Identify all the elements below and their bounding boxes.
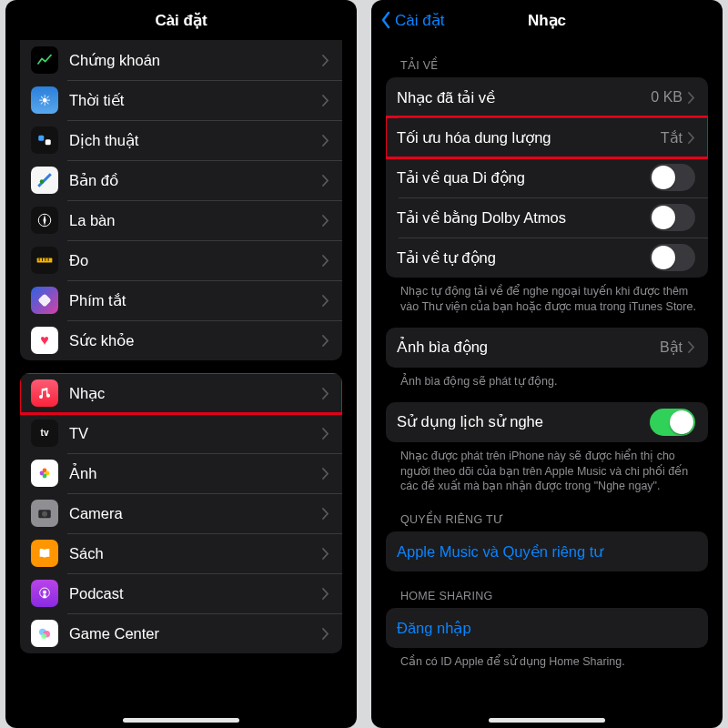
row-label: Ảnh: [69, 465, 322, 482]
group-downloads: Nhạc đã tải về 0 KB Tối ưu hóa dung lượn…: [386, 77, 708, 278]
row-music[interactable]: Nhạc: [20, 373, 342, 413]
footer-downloads: Nhạc tự động tải về để nghe ngoại tuyến …: [400, 284, 704, 315]
chevron-right-icon: [322, 95, 329, 106]
row-value: Bật: [660, 339, 682, 356]
camera-icon: [31, 500, 58, 527]
row-label: Camera: [69, 505, 322, 522]
row-cellular-download: Tải về qua Di động: [386, 157, 708, 197]
stocks-icon: [31, 46, 58, 74]
footer-homesharing: Cần có ID Apple để sử dụng Home Sharing.: [400, 654, 704, 670]
row-signin[interactable]: Đăng nhập: [386, 608, 708, 648]
row-label: Sử dụng lịch sử nghe: [397, 413, 650, 430]
group-homesharing: Đăng nhập: [386, 608, 708, 648]
back-label: Cài đặt: [395, 11, 444, 30]
measure-icon: [31, 247, 58, 274]
row-downloaded-music[interactable]: Nhạc đã tải về 0 KB: [386, 77, 708, 117]
chevron-right-icon: [322, 548, 329, 560]
svg-point-15: [42, 511, 47, 517]
tv-icon: tv: [31, 420, 58, 447]
navbar: Cài đặt Nhạc: [371, 0, 723, 40]
row-label: Apple Music và Quyền riêng tư: [397, 543, 695, 561]
chevron-left-icon: [380, 11, 391, 29]
health-icon: ♥: [31, 327, 58, 354]
navbar: Cài đặt: [5, 0, 357, 40]
row-compass[interactable]: La bàn: [20, 200, 342, 240]
settings-list[interactable]: Chứng khoán ☀︎ Thời tiết Dịch thuật Bản …: [5, 40, 357, 728]
section-header-downloads: TẢI VỀ: [400, 58, 704, 72]
chevron-right-icon: [322, 428, 329, 440]
page-title: Nhạc: [528, 11, 566, 30]
music-settings-list[interactable]: TẢI VỀ Nhạc đã tải về 0 KB Tối ưu hóa du…: [371, 40, 723, 728]
row-privacy-link[interactable]: Apple Music và Quyền riêng tư: [386, 531, 708, 571]
chevron-right-icon: [322, 215, 329, 227]
row-optimize-storage[interactable]: Tối ưu hóa dung lượng Tắt: [386, 117, 708, 157]
music-settings-screen: Cài đặt Nhạc TẢI VỀ Nhạc đã tải về 0 KB …: [371, 0, 723, 728]
settings-group-1: Chứng khoán ☀︎ Thời tiết Dịch thuật Bản …: [20, 40, 342, 360]
home-indicator[interactable]: [123, 718, 239, 723]
maps-icon: [31, 167, 58, 194]
svg-rect-1: [46, 139, 51, 145]
row-label: Sức khỏe: [69, 332, 322, 349]
row-label: Nhạc đã tải về: [397, 89, 651, 106]
svg-point-2: [40, 179, 45, 184]
row-auto-download: Tải về tự động: [386, 238, 708, 278]
svg-rect-9: [37, 293, 51, 307]
row-label: Tối ưu hóa dung lượng: [397, 129, 661, 147]
chevron-right-icon: [322, 255, 329, 267]
row-label: Thời tiết: [69, 92, 322, 109]
row-label: Tải về qua Di động: [397, 169, 650, 187]
compass-icon: [31, 207, 58, 234]
row-label: Phím tắt: [69, 292, 322, 309]
svg-point-13: [40, 471, 45, 476]
chevron-right-icon: [322, 175, 329, 187]
row-photos[interactable]: Ảnh: [20, 453, 342, 493]
row-weather[interactable]: ☀︎ Thời tiết: [20, 80, 342, 120]
chevron-right-icon: [322, 628, 329, 640]
footer-animated: Ảnh bìa động sẽ phát tự động.: [400, 374, 704, 389]
toggle-dolby-download[interactable]: [650, 204, 695, 231]
row-stocks[interactable]: Chứng khoán: [20, 40, 342, 80]
shortcuts-icon: [31, 287, 58, 314]
chevron-right-icon: [322, 588, 329, 600]
chevron-right-icon: [688, 132, 695, 144]
row-dolby-download: Tải về bằng Dolby Atmos: [386, 197, 708, 238]
row-label: Dịch thuật: [69, 132, 322, 149]
row-label: Đăng nhập: [397, 620, 695, 637]
row-label: La bàn: [69, 212, 322, 229]
chevron-right-icon: [322, 55, 329, 66]
chevron-right-icon: [322, 135, 329, 147]
row-tv[interactable]: tv TV: [20, 413, 342, 453]
row-maps[interactable]: Bản đồ: [20, 160, 342, 200]
row-podcast[interactable]: Podcast: [20, 573, 342, 613]
row-listening-history: Sử dụng lịch sử nghe: [386, 402, 708, 442]
row-gamecenter[interactable]: Game Center: [20, 613, 342, 653]
chevron-right-icon: [322, 388, 329, 399]
row-camera[interactable]: Camera: [20, 493, 342, 533]
toggle-auto-download[interactable]: [650, 244, 695, 271]
settings-screen: Cài đặt Chứng khoán ☀︎ Thời tiết Dịch th…: [5, 0, 357, 728]
row-measure[interactable]: Đo: [20, 240, 342, 280]
row-translate[interactable]: Dịch thuật: [20, 120, 342, 160]
svg-rect-0: [38, 136, 44, 141]
row-label: Đo: [69, 252, 322, 269]
page-title: Cài đặt: [155, 11, 207, 30]
section-header-homesharing: HOME SHARING: [400, 590, 704, 602]
group-history: Sử dụng lịch sử nghe: [386, 402, 708, 442]
chevron-right-icon: [322, 468, 329, 480]
chevron-right-icon: [688, 92, 695, 104]
row-value: Tắt: [661, 129, 682, 147]
svg-point-16: [43, 591, 46, 594]
row-animated-cover[interactable]: Ảnh bìa động Bật: [386, 328, 708, 368]
group-animated-cover: Ảnh bìa động Bật: [386, 328, 708, 368]
toggle-listening-history[interactable]: [650, 409, 695, 436]
translate-icon: [31, 126, 58, 154]
back-button[interactable]: Cài đặt: [380, 11, 444, 30]
toggle-cellular-download[interactable]: [650, 164, 695, 191]
row-health[interactable]: ♥ Sức khỏe: [20, 320, 342, 360]
row-shortcuts[interactable]: Phím tắt: [20, 280, 342, 320]
home-indicator[interactable]: [489, 718, 605, 723]
row-value: 0 KB: [651, 89, 682, 106]
svg-point-20: [41, 633, 46, 639]
row-books[interactable]: Sách: [20, 533, 342, 573]
gamecenter-icon: [31, 620, 58, 647]
